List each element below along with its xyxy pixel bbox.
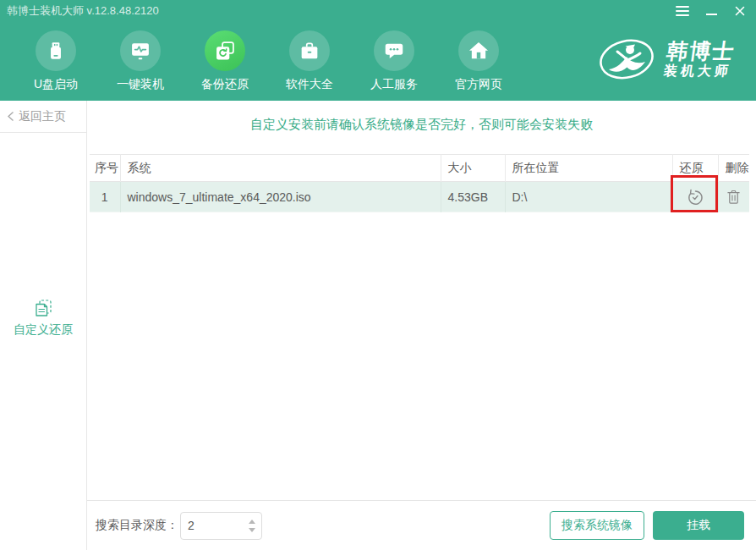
sidebar: 返回主页 自定义还原 <box>0 101 87 550</box>
window-controls <box>675 4 748 18</box>
chat-bubble-icon <box>374 30 414 71</box>
brand-subtitle: 装机大师 <box>663 63 734 80</box>
brand-logo-text: 韩博士 装机大师 <box>663 39 737 80</box>
restore-button[interactable] <box>672 182 718 212</box>
close-button[interactable] <box>732 4 748 18</box>
search-depth-input[interactable] <box>181 519 233 532</box>
restore-history-icon <box>686 188 704 206</box>
stepper-arrows <box>249 513 255 539</box>
nav-item-one-key-install[interactable]: 一键装机 <box>98 30 183 92</box>
nav-label: 官方网页 <box>455 77 502 92</box>
search-depth-label: 搜索目录深度： <box>96 518 178 533</box>
back-home-button[interactable]: 返回主页 <box>0 101 86 133</box>
close-icon <box>735 6 745 16</box>
col-header-delete: 删除 <box>718 155 749 182</box>
cell-location: D:\ <box>505 182 672 212</box>
notice-text: 自定义安装前请确认系统镜像是否完好，否则可能会安装失败 <box>87 114 756 135</box>
mount-button[interactable]: 挂载 <box>653 511 744 540</box>
cell-system-name: windows_7_ultimate_x64_2020.iso <box>120 182 441 212</box>
delete-button[interactable] <box>718 182 749 212</box>
nav-item-official-website[interactable]: 官方网页 <box>436 30 521 92</box>
table-header-row: 序号 系统 大小 所在位置 还原 删除 <box>90 155 749 182</box>
home-icon <box>458 30 499 71</box>
sidebar-item-label: 自定义还原 <box>14 322 73 338</box>
col-header-location: 所在位置 <box>505 155 672 182</box>
usb-drive-icon <box>36 30 76 71</box>
trash-icon <box>725 188 742 206</box>
brand-logo: 韩博士 装机大师 <box>598 35 734 84</box>
nav-item-usb-boot[interactable]: U盘启动 <box>14 30 98 92</box>
minimize-icon <box>706 14 717 15</box>
nav-label: 一键装机 <box>117 77 164 92</box>
nav-label: 备份还原 <box>201 77 249 92</box>
col-header-restore: 还原 <box>672 155 718 182</box>
col-header-size: 大小 <box>441 155 505 182</box>
nav-item-software-collection[interactable]: 软件大全 <box>267 30 352 92</box>
nav-label: 软件大全 <box>286 77 333 92</box>
search-depth-stepper <box>180 512 262 540</box>
backup-restore-icon <box>205 30 245 71</box>
nav-item-backup-restore[interactable]: 备份还原 <box>183 30 267 92</box>
col-header-system: 系统 <box>120 155 441 182</box>
brand-name: 韩博士 <box>665 39 737 63</box>
image-table: 序号 系统 大小 所在位置 还原 删除 1 windows_7_ultimate… <box>90 154 749 212</box>
nav-label: U盘启动 <box>34 77 78 92</box>
briefcase-icon <box>289 30 330 71</box>
monitor-pulse-icon <box>120 30 161 71</box>
main-content: 自定义安装前请确认系统镜像是否完好，否则可能会安装失败 序号 系统 大小 所在位… <box>87 101 756 550</box>
back-home-label: 返回主页 <box>19 109 66 124</box>
table-row[interactable]: 1 windows_7_ultimate_x64_2020.iso 4.53GB… <box>90 182 749 212</box>
body: 返回主页 自定义还原 自定义安装前请确认系统镜像是否完好，否则可能会安装失败 序… <box>0 101 756 550</box>
window-title: 韩博士装机大师 v.12.8.48.2120 <box>7 3 159 19</box>
brand-logo-icon <box>598 35 655 84</box>
nav-label: 人工服务 <box>370 77 418 92</box>
main-nav: U盘启动 一键装机 备份还原 <box>0 21 756 101</box>
chevron-left-icon <box>7 111 14 122</box>
stepper-down-icon[interactable] <box>249 528 255 532</box>
menu-icon[interactable] <box>675 4 690 18</box>
hamburger-icon <box>676 6 689 16</box>
search-images-button[interactable]: 搜索系统镜像 <box>550 511 644 540</box>
minimize-button[interactable] <box>704 4 719 18</box>
cell-index: 1 <box>90 182 120 212</box>
col-header-index: 序号 <box>90 155 120 182</box>
nav-item-customer-service[interactable]: 人工服务 <box>352 30 436 92</box>
custom-restore-document-icon <box>33 298 53 318</box>
sidebar-item-custom-restore[interactable]: 自定义还原 <box>0 298 86 338</box>
titlebar: 韩博士装机大师 v.12.8.48.2120 <box>0 0 756 21</box>
stepper-up-icon[interactable] <box>249 520 255 524</box>
cell-size: 4.53GB <box>441 182 505 212</box>
footer-bar: 搜索目录深度： 搜索系统镜像 挂载 <box>87 500 756 550</box>
